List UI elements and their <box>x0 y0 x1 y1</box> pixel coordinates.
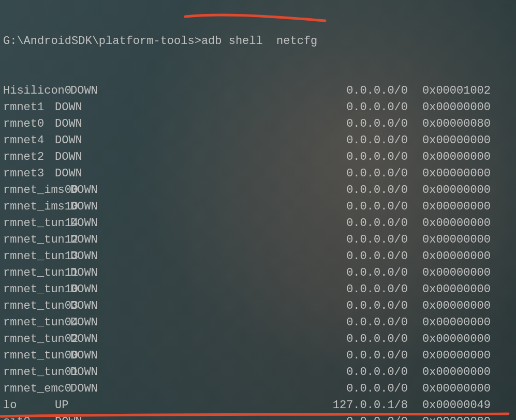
interface-state: DOWN <box>70 298 107 314</box>
netcfg-row: rmnet_emc0 DOWN0.0.0.0/00x00000000 <box>3 381 513 397</box>
interface-flags: 0x00000080 <box>422 116 513 132</box>
netcfg-row: rmnet_tun10 DOWN0.0.0.0/00x00000000 <box>3 281 513 298</box>
interface-name: rmnet_tun03 <box>3 298 70 314</box>
netcfg-row: rmnet_tun11 DOWN0.0.0.0/00x00000000 <box>3 265 513 281</box>
interface-state: DOWN <box>70 265 107 281</box>
interface-state: DOWN <box>70 182 107 199</box>
netcfg-row: rmnet0DOWN0.0.0.0/00x00000080 <box>3 116 513 132</box>
interface-flags: 0x00000000 <box>422 166 513 182</box>
interface-address: 0.0.0.0/0 <box>91 99 422 116</box>
interface-state: DOWN <box>70 199 107 215</box>
netcfg-row: rmnet_tun02 DOWN0.0.0.0/00x00000000 <box>3 331 513 348</box>
interface-state: DOWN <box>70 331 107 348</box>
interface-state: DOWN <box>70 232 107 248</box>
interface-name: rmnet2 <box>3 149 55 166</box>
interface-flags: 0x00000000 <box>422 199 513 215</box>
interface-flags: 0x00000000 <box>422 182 513 199</box>
interface-flags: 0x00000000 <box>422 331 513 348</box>
interface-flags: 0x00000000 <box>422 364 513 381</box>
interface-address: 0.0.0.0/0 <box>91 132 422 149</box>
interface-flags: 0x00000000 <box>422 265 513 281</box>
interface-state: DOWN <box>70 314 107 331</box>
interface-state: DOWN <box>70 83 107 99</box>
netcfg-row: rmnet3DOWN0.0.0.0/00x00000000 <box>3 166 513 182</box>
terminal-output: G:\AndroidSDK\platform-tools>adb shell n… <box>0 0 516 420</box>
netcfg-row: rmnet1DOWN0.0.0.0/00x00000000 <box>3 99 513 116</box>
interface-flags: 0x00000000 <box>422 232 513 248</box>
interface-flags: 0x00000080 <box>422 414 513 420</box>
netcfg-row: rmnet_tun01 DOWN0.0.0.0/00x00000000 <box>3 364 513 381</box>
interface-state: DOWN <box>70 281 107 298</box>
interface-address: 0.0.0.0/0 <box>91 149 422 166</box>
interface-state: DOWN <box>70 215 107 232</box>
netcfg-row: rmnet2DOWN0.0.0.0/00x00000000 <box>3 149 513 166</box>
interface-name: rmnet_tun11 <box>3 265 70 281</box>
interface-flags: 0x00000000 <box>422 348 513 364</box>
shell-command: adb shell netcfg <box>201 33 317 50</box>
interface-address: 127.0.0.1/8 <box>91 397 422 414</box>
interface-address: 0.0.0.0/0 <box>107 364 422 381</box>
interface-state: DOWN <box>70 381 107 397</box>
netcfg-row: sit0DOWN0.0.0.0/00x00000080 <box>3 414 513 420</box>
netcfg-row: rmnet_ims10 DOWN0.0.0.0/00x00000000 <box>3 199 513 215</box>
interface-flags: 0x00000049 <box>422 397 513 414</box>
interface-state: DOWN <box>70 248 107 265</box>
interface-address: 0.0.0.0/0 <box>107 182 422 199</box>
shell-prompt: G:\AndroidSDK\platform-tools> <box>3 33 201 50</box>
netcfg-row: rmnet_ims00 DOWN0.0.0.0/00x00000000 <box>3 182 513 199</box>
interface-name: sit0 <box>3 414 55 420</box>
netcfg-row: rmnet_tun00 DOWN0.0.0.0/00x00000000 <box>3 348 513 364</box>
interface-state: DOWN <box>55 99 91 116</box>
netcfg-row: rmnet_tun04 DOWN0.0.0.0/00x00000000 <box>3 314 513 331</box>
interface-address: 0.0.0.0/0 <box>107 348 422 364</box>
interface-state: DOWN <box>55 132 91 149</box>
interface-name: rmnet1 <box>3 99 55 116</box>
interface-state: DOWN <box>55 414 91 420</box>
interface-flags: 0x00001002 <box>422 83 513 99</box>
interface-name: rmnet_tun01 <box>3 364 70 381</box>
interface-name: rmnet_ims10 <box>3 199 70 215</box>
interface-flags: 0x00000000 <box>422 298 513 314</box>
interface-flags: 0x00000000 <box>422 281 513 298</box>
interface-name: lo <box>3 397 55 414</box>
interface-name: rmnet_tun13 <box>3 248 70 265</box>
interface-address: 0.0.0.0/0 <box>107 215 422 232</box>
interface-address: 0.0.0.0/0 <box>107 248 422 265</box>
interface-flags: 0x00000000 <box>422 132 513 149</box>
netcfg-row: rmnet_tun03 DOWN0.0.0.0/00x00000000 <box>3 298 513 314</box>
interface-flags: 0x00000000 <box>422 215 513 232</box>
interface-flags: 0x00000000 <box>422 381 513 397</box>
interface-state: UP <box>55 397 91 414</box>
interface-flags: 0x00000000 <box>422 314 513 331</box>
interface-state: DOWN <box>55 149 91 166</box>
netcfg-row: loUP127.0.0.1/80x00000049 <box>3 397 513 414</box>
interface-state: DOWN <box>70 364 107 381</box>
interface-address: 0.0.0.0/0 <box>91 414 422 420</box>
interface-state: DOWN <box>70 348 107 364</box>
interface-state: DOWN <box>55 166 91 182</box>
netcfg-row: Hisilicon0 DOWN0.0.0.0/00x00001002 <box>3 83 513 99</box>
interface-name: rmnet_tun12 <box>3 232 70 248</box>
interface-name: rmnet3 <box>3 166 55 182</box>
interface-name: rmnet_tun10 <box>3 281 70 298</box>
netcfg-row: rmnet_tun13 DOWN0.0.0.0/00x00000000 <box>3 248 513 265</box>
netcfg-row: rmnet_tun12 DOWN0.0.0.0/00x00000000 <box>3 232 513 248</box>
netcfg-row: rmnet_tun14 DOWN0.0.0.0/00x00000000 <box>3 215 513 232</box>
interface-address: 0.0.0.0/0 <box>107 199 422 215</box>
interface-address: 0.0.0.0/0 <box>107 232 422 248</box>
interface-name: rmnet4 <box>3 132 55 149</box>
interface-address: 0.0.0.0/0 <box>107 381 422 397</box>
interface-address: 0.0.0.0/0 <box>107 83 422 99</box>
interface-address: 0.0.0.0/0 <box>91 116 422 132</box>
interface-name: rmnet_tun00 <box>3 348 70 364</box>
interface-name: rmnet_ims00 <box>3 182 70 199</box>
interface-flags: 0x00000000 <box>422 149 513 166</box>
interface-address: 0.0.0.0/0 <box>107 265 422 281</box>
interface-name: rmnet0 <box>3 116 55 132</box>
interface-name: rmnet_tun04 <box>3 314 70 331</box>
interface-flags: 0x00000000 <box>422 99 513 116</box>
interface-flags: 0x00000000 <box>422 248 513 265</box>
interface-address: 0.0.0.0/0 <box>107 298 422 314</box>
interface-address: 0.0.0.0/0 <box>107 314 422 331</box>
interface-address: 0.0.0.0/0 <box>107 331 422 348</box>
